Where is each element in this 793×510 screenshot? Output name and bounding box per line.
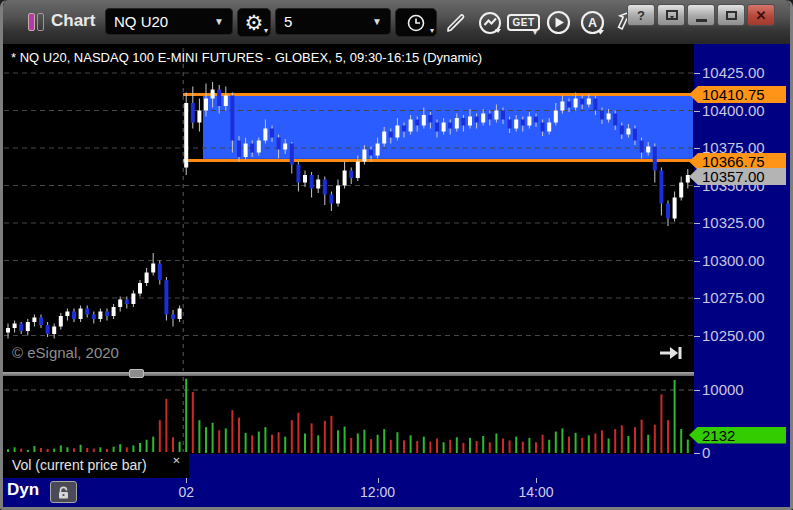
maximize-icon xyxy=(726,11,737,20)
candle-body xyxy=(679,183,683,198)
axis-tick xyxy=(536,478,537,483)
volume-bar xyxy=(159,420,161,453)
candle-body xyxy=(580,99,584,105)
candle-body xyxy=(349,171,353,179)
candle-body xyxy=(178,309,182,320)
zone-bottom-badge: 10366.75 xyxy=(689,153,786,170)
studies-button[interactable] xyxy=(474,7,505,38)
close-button[interactable]: ✕ xyxy=(747,4,775,26)
volume-axis-label: 10000 xyxy=(702,381,788,399)
volume-bar xyxy=(515,437,517,453)
candle-body xyxy=(521,120,525,126)
price-axis[interactable]: 10425.0010400.0010375.0010350.0010325.00… xyxy=(694,44,790,507)
candle-body xyxy=(13,324,17,329)
dynamic-mode-button[interactable]: Dyn xyxy=(7,480,39,500)
volume-bar xyxy=(245,433,247,453)
candle-body xyxy=(343,171,347,186)
volume-bar xyxy=(146,440,148,453)
titlebar[interactable]: Chart NQ U20 ▼ ⚙ ▾ 5 ▼ ▾ xyxy=(3,0,790,44)
volume-bar xyxy=(231,410,233,453)
help-button[interactable]: ? xyxy=(627,4,655,26)
maximize-button[interactable] xyxy=(717,4,745,26)
volume-bar xyxy=(660,394,662,453)
volume-study-label: Vol (current price bar) ✕ xyxy=(3,452,189,478)
candle-body xyxy=(118,300,122,308)
candle-body xyxy=(362,150,366,162)
candle-body xyxy=(85,309,89,315)
close-icon[interactable]: ✕ xyxy=(170,454,183,467)
svg-text:A: A xyxy=(588,16,597,30)
candle-body xyxy=(356,162,360,179)
minimize-button[interactable] xyxy=(687,4,715,26)
candle-body xyxy=(369,150,373,156)
dock-icon xyxy=(665,10,678,21)
axis-tick xyxy=(694,336,700,337)
play-button[interactable] xyxy=(543,7,574,38)
candle-body xyxy=(151,264,155,273)
candle-body xyxy=(131,294,135,305)
zone-top-badge: 10410.75 xyxy=(689,86,786,103)
alerts-button[interactable]: A xyxy=(577,7,608,38)
candlestick-chart[interactable] xyxy=(3,44,694,456)
candle-body xyxy=(560,102,564,111)
axis-tick xyxy=(694,298,700,299)
candle-body xyxy=(158,264,162,281)
candle-body xyxy=(270,129,274,138)
volume-bar xyxy=(324,421,326,453)
candle-body xyxy=(329,195,333,204)
axis-strip xyxy=(189,454,694,478)
candle-body xyxy=(514,120,518,129)
candle-body xyxy=(92,315,96,320)
volume-bar xyxy=(198,420,200,453)
splitter-handle[interactable] xyxy=(129,369,144,378)
candle-body xyxy=(428,115,432,123)
volume-bar xyxy=(377,435,379,453)
volume-bar xyxy=(542,435,544,453)
price-axis-label: 10400.00 xyxy=(702,102,788,120)
candle-body xyxy=(224,96,228,107)
candle-body xyxy=(191,103,195,123)
lock-button[interactable] xyxy=(50,481,77,503)
draw-tool-button[interactable] xyxy=(440,7,471,38)
candle-body xyxy=(145,273,149,284)
candle-body xyxy=(481,114,485,123)
volume-bar xyxy=(264,427,266,453)
volume-bar xyxy=(436,439,438,453)
time-axis[interactable]: 0212:0014:00 xyxy=(3,478,694,507)
volume-bar xyxy=(495,433,497,453)
volume-bar xyxy=(390,440,392,453)
volume-bar xyxy=(344,427,346,453)
candle-body xyxy=(257,141,261,153)
dock-button[interactable] xyxy=(657,4,685,26)
time-template-button[interactable]: ▾ xyxy=(395,8,437,37)
candle-body xyxy=(666,204,670,219)
candle-body xyxy=(567,102,571,108)
goto-latest-button[interactable] xyxy=(659,345,683,365)
volume-bar xyxy=(647,435,649,453)
pane-splitter[interactable] xyxy=(3,372,694,376)
close-icon: ✕ xyxy=(756,8,767,23)
candle-body xyxy=(554,111,558,123)
interval-select[interactable]: 5 ▼ xyxy=(275,8,391,35)
symbol-select[interactable]: NQ U20 ▼ xyxy=(105,8,233,35)
volume-bar xyxy=(337,430,339,453)
candle-body xyxy=(653,147,657,171)
candle-body xyxy=(125,300,129,305)
volume-bar xyxy=(238,418,240,453)
candle-body xyxy=(613,114,617,126)
candle-body xyxy=(171,315,175,320)
candle-body xyxy=(52,327,56,335)
get-data-button[interactable]: GET ▾ xyxy=(508,7,539,38)
axis-tick xyxy=(694,148,700,149)
volume-bar xyxy=(667,420,669,453)
volume-bar xyxy=(212,423,214,453)
volume-bar xyxy=(601,430,603,453)
candle-body xyxy=(237,141,241,158)
volume-bar xyxy=(482,436,484,453)
chevron-down-icon: ▾ xyxy=(430,26,434,35)
volume-bar xyxy=(152,437,154,453)
candle-body xyxy=(633,129,637,141)
volume-bar xyxy=(634,427,636,453)
volume-bar xyxy=(588,435,590,453)
settings-button[interactable]: ⚙ ▾ xyxy=(237,8,271,37)
